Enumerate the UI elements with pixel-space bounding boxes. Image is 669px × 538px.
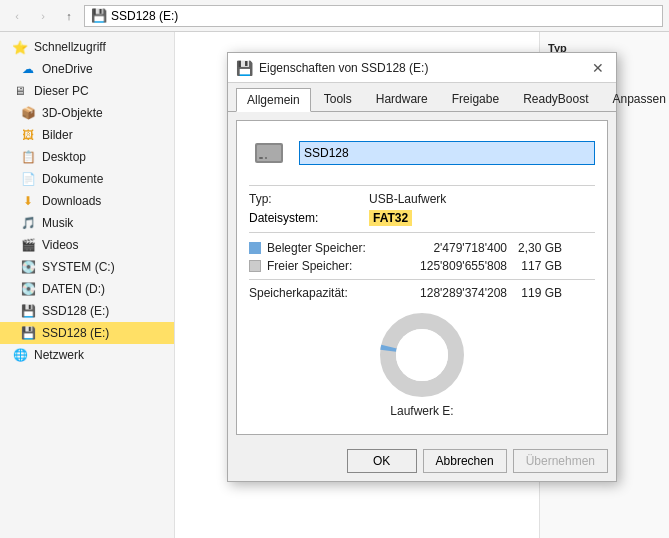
sidebar-item-downloads[interactable]: ⬇ Downloads bbox=[0, 190, 174, 212]
properties-dialog: 💾 Eigenschaften von SSD128 (E:) ✕ Allgem… bbox=[227, 52, 617, 482]
sidebar-item-schnellzugriff[interactable]: ⭐ Schnellzugriff bbox=[0, 36, 174, 58]
donut-chart-container: Laufwerk E: bbox=[249, 310, 595, 418]
sidebar-item-label: DATEN (D:) bbox=[42, 282, 105, 296]
drive-ssd-active-icon: 💾 bbox=[20, 325, 36, 341]
used-space-label: Belegter Speicher: bbox=[267, 241, 397, 255]
network-icon: 🌐 bbox=[12, 347, 28, 363]
folder-videos-icon: 🎬 bbox=[20, 237, 36, 253]
dialog-footer: OK Abbrechen Übernehmen bbox=[228, 443, 616, 481]
tab-anpassen[interactable]: Anpassen bbox=[602, 87, 670, 111]
sidebar-item-onedrive[interactable]: ☁ OneDrive bbox=[0, 58, 174, 80]
tab-tools[interactable]: Tools bbox=[313, 87, 363, 111]
drive-svg-icon bbox=[251, 135, 287, 171]
up-button[interactable]: ↑ bbox=[58, 5, 80, 27]
tab-hardware[interactable]: Hardware bbox=[365, 87, 439, 111]
filesystem-row: Dateisystem: FAT32 bbox=[249, 210, 595, 226]
fs-label: Dateisystem: bbox=[249, 211, 369, 225]
free-space-bytes: 125'809'655'808 bbox=[397, 259, 507, 273]
info-divider-1 bbox=[249, 185, 595, 186]
folder-3d-icon: 📦 bbox=[20, 105, 36, 121]
capacity-label: Speicherkapazität: bbox=[249, 286, 397, 300]
svg-point-6 bbox=[396, 329, 448, 381]
folder-music-icon: 🎵 bbox=[20, 215, 36, 231]
sidebar-item-label: Dieser PC bbox=[34, 84, 89, 98]
info-divider-2 bbox=[249, 232, 595, 233]
folder-images-icon: 🖼 bbox=[20, 127, 36, 143]
type-row: Typ: USB-Laufwerk bbox=[249, 192, 595, 206]
sidebar-item-label: Bilder bbox=[42, 128, 73, 142]
dialog-overlay: 💾 Eigenschaften von SSD128 (E:) ✕ Allgem… bbox=[175, 32, 669, 538]
folder-downloads-icon: ⬇ bbox=[20, 193, 36, 209]
address-bar[interactable]: 💾 SSD128 (E:) bbox=[84, 5, 663, 27]
sidebar-item-daten-d[interactable]: 💽 DATEN (D:) bbox=[0, 278, 174, 300]
sidebar-item-3d-objekte[interactable]: 📦 3D-Objekte bbox=[0, 102, 174, 124]
free-color-box bbox=[249, 260, 261, 272]
capacity-bytes: 128'289'374'208 bbox=[397, 286, 507, 300]
drive-ssd-icon: 💾 bbox=[20, 303, 36, 319]
main-content: ⭐ Schnellzugriff ☁ OneDrive 🖥 Dieser PC … bbox=[0, 32, 669, 538]
drive-icon-large bbox=[249, 133, 289, 173]
svg-rect-2 bbox=[259, 157, 263, 159]
drive-system-icon: 💽 bbox=[20, 259, 36, 275]
used-space-gb: 2,30 GB bbox=[507, 241, 562, 255]
sidebar-item-label: SSD128 (E:) bbox=[42, 304, 109, 318]
svg-rect-3 bbox=[265, 157, 267, 159]
back-button[interactable]: ‹ bbox=[6, 5, 28, 27]
explorer-window: ‹ › ↑ 💾 SSD128 (E:) ⭐ Schnellzugriff ☁ O… bbox=[0, 0, 669, 538]
sidebar-item-label: Musik bbox=[42, 216, 73, 230]
ok-button[interactable]: OK bbox=[347, 449, 417, 473]
sidebar-item-label: Netzwerk bbox=[34, 348, 84, 362]
folder-desktop-icon: 📋 bbox=[20, 149, 36, 165]
tab-allgemein[interactable]: Allgemein bbox=[236, 88, 311, 112]
cancel-button[interactable]: Abbrechen bbox=[423, 449, 507, 473]
capacity-gb: 119 GB bbox=[507, 286, 562, 300]
free-space-label: Freier Speicher: bbox=[267, 259, 397, 273]
dialog-close-button[interactable]: ✕ bbox=[588, 58, 608, 78]
sidebar-item-label: 3D-Objekte bbox=[42, 106, 103, 120]
sidebar-item-dieser-pc[interactable]: 🖥 Dieser PC bbox=[0, 80, 174, 102]
sidebar-item-label: Videos bbox=[42, 238, 78, 252]
sidebar-item-musik[interactable]: 🎵 Musik bbox=[0, 212, 174, 234]
pc-icon: 🖥 bbox=[12, 83, 28, 99]
dialog-titlebar-icon: 💾 bbox=[236, 60, 253, 76]
dialog-titlebar: 💾 Eigenschaften von SSD128 (E:) ✕ bbox=[228, 53, 616, 83]
drive-name-input[interactable] bbox=[299, 141, 595, 165]
sidebar-item-label: SYSTEM (C:) bbox=[42, 260, 115, 274]
used-space-row: Belegter Speicher: 2'479'718'400 2,30 GB bbox=[249, 241, 595, 255]
right-panel: Typ MOV Vid... 💾 Eigenschaften von SSD12… bbox=[175, 32, 669, 538]
sidebar-item-ssd128-e2[interactable]: 💾 SSD128 (E:) bbox=[0, 322, 174, 344]
toolbar: ‹ › ↑ 💾 SSD128 (E:) bbox=[0, 0, 669, 32]
address-icon: 💾 bbox=[91, 8, 107, 23]
sidebar-item-label: Dokumente bbox=[42, 172, 103, 186]
sidebar-item-label: Desktop bbox=[42, 150, 86, 164]
onedrive-icon: ☁ bbox=[20, 61, 36, 77]
star-icon: ⭐ bbox=[12, 39, 28, 55]
type-label: Typ: bbox=[249, 192, 369, 206]
type-value-text: USB-Laufwerk bbox=[369, 192, 446, 206]
used-space-bytes: 2'479'718'400 bbox=[397, 241, 507, 255]
sidebar-item-label: Downloads bbox=[42, 194, 101, 208]
capacity-row: Speicherkapazität: 128'289'374'208 119 G… bbox=[249, 286, 595, 300]
forward-button[interactable]: › bbox=[32, 5, 54, 27]
donut-chart bbox=[377, 310, 467, 400]
sidebar-item-bilder[interactable]: 🖼 Bilder bbox=[0, 124, 174, 146]
free-space-row: Freier Speicher: 125'809'655'808 117 GB bbox=[249, 259, 595, 273]
drive-header bbox=[249, 133, 595, 173]
storage-section: Belegter Speicher: 2'479'718'400 2,30 GB… bbox=[249, 241, 595, 273]
used-color-box bbox=[249, 242, 261, 254]
folder-docs-icon: 📄 bbox=[20, 171, 36, 187]
sidebar-item-netzwerk[interactable]: 🌐 Netzwerk bbox=[0, 344, 174, 366]
free-space-gb: 117 GB bbox=[507, 259, 562, 273]
sidebar-item-videos[interactable]: 🎬 Videos bbox=[0, 234, 174, 256]
fs-value: FAT32 bbox=[369, 210, 412, 226]
sidebar-item-dokumente[interactable]: 📄 Dokumente bbox=[0, 168, 174, 190]
info-divider-3 bbox=[249, 279, 595, 280]
drive-daten-icon: 💽 bbox=[20, 281, 36, 297]
sidebar: ⭐ Schnellzugriff ☁ OneDrive 🖥 Dieser PC … bbox=[0, 32, 175, 538]
apply-button[interactable]: Übernehmen bbox=[513, 449, 608, 473]
sidebar-item-desktop[interactable]: 📋 Desktop bbox=[0, 146, 174, 168]
tab-freigabe[interactable]: Freigabe bbox=[441, 87, 510, 111]
tab-readyboost[interactable]: ReadyBoost bbox=[512, 87, 599, 111]
sidebar-item-system-c[interactable]: 💽 SYSTEM (C:) bbox=[0, 256, 174, 278]
sidebar-item-ssd128-e1[interactable]: 💾 SSD128 (E:) bbox=[0, 300, 174, 322]
